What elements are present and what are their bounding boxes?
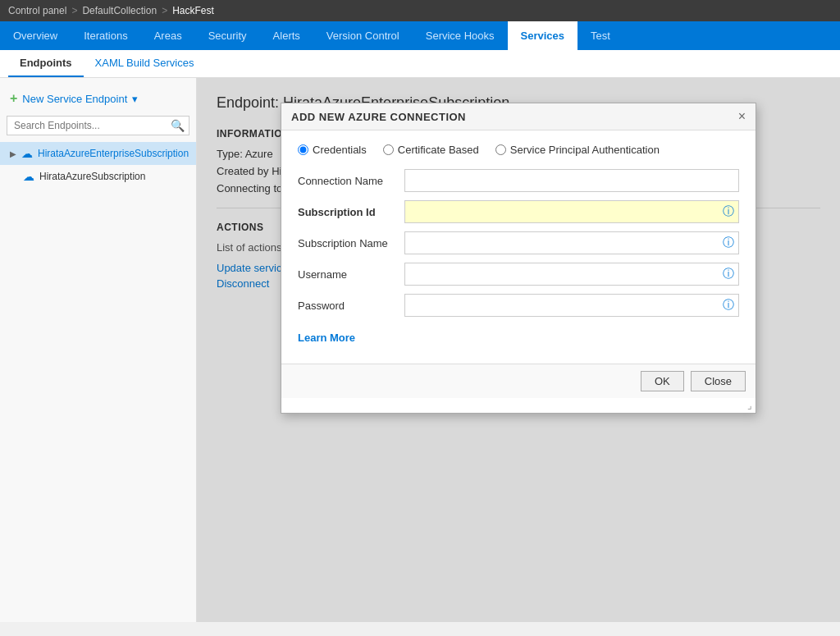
tab-services[interactable]: Services <box>508 21 578 50</box>
radio-service-principal-label: Service Principal Authentication <box>510 144 660 156</box>
tab-alerts[interactable]: Alerts <box>260 21 313 50</box>
subscription-name-label: Subscription Name <box>298 237 404 249</box>
dialog-title: ADD NEW AZURE CONNECTION <box>291 111 466 123</box>
cloud-icon-2: ☁ <box>23 170 34 183</box>
subscription-id-info-icon[interactable]: ⓘ <box>723 204 734 219</box>
breadcrumb-current: HackFest <box>172 5 214 16</box>
subscription-id-input-wrap: ⓘ <box>404 200 739 223</box>
password-info-icon[interactable]: ⓘ <box>723 298 734 313</box>
plus-icon: + <box>10 91 17 106</box>
ok-button[interactable]: OK <box>641 371 684 391</box>
nav-tabs: Overview Iterations Areas Security Alert… <box>0 21 840 50</box>
connection-name-field: Connection Name <box>298 169 739 192</box>
sub-tabs: Endpoints XAML Build Services <box>0 50 840 78</box>
main-layout: + New Service Endpoint ▾ 🔍 ▶ ☁ HirataAzu… <box>0 78 840 622</box>
close-dialog-button[interactable]: Close <box>691 371 746 391</box>
password-field: Password ⓘ <box>298 294 739 317</box>
dialog-footer: OK Close <box>281 364 756 398</box>
sidebar-item-subscription-label: HirataAzureSubscription <box>39 171 145 182</box>
tab-service-hooks[interactable]: Service Hooks <box>413 21 508 50</box>
radio-service-principal[interactable]: Service Principal Authentication <box>495 144 660 156</box>
sidebar-item-subscription[interactable]: ☁ HirataAzureSubscription <box>0 165 196 188</box>
subscription-name-info-icon[interactable]: ⓘ <box>723 236 734 250</box>
tab-iterations[interactable]: Iterations <box>71 21 140 50</box>
learn-more-link[interactable]: Learn More <box>298 332 355 344</box>
username-info-icon[interactable]: ⓘ <box>723 267 734 281</box>
subscription-id-input[interactable] <box>404 200 739 223</box>
sidebar-item-enterprise-label: HirataAzureEnterpriseSubscription <box>38 148 189 159</box>
subscription-name-input-wrap: ⓘ <box>404 231 739 254</box>
connection-name-input[interactable] <box>404 169 739 192</box>
content-area: Endpoint: HirataAzureEnterpriseSubscript… <box>197 78 840 622</box>
radio-credentials[interactable]: Credentials <box>298 144 367 156</box>
breadcrumb-control-panel[interactable]: Control panel <box>8 5 66 16</box>
sub-tab-endpoints[interactable]: Endpoints <box>8 50 84 77</box>
breadcrumb-sep2: > <box>162 5 167 16</box>
password-label: Password <box>298 300 404 312</box>
connection-name-input-wrap <box>404 169 739 192</box>
search-icon: 🔍 <box>171 119 185 132</box>
radio-certificate-label: Certificate Based <box>398 144 479 156</box>
sidebar: + New Service Endpoint ▾ 🔍 ▶ ☁ HirataAzu… <box>0 78 197 622</box>
breadcrumb-default-collection[interactable]: DefaultCollection <box>82 5 157 16</box>
username-field: Username ⓘ <box>298 263 739 286</box>
connection-name-label: Connection Name <box>298 175 404 187</box>
subscription-name-field: Subscription Name ⓘ <box>298 231 739 254</box>
dialog-header: ADD NEW AZURE CONNECTION × <box>281 103 756 130</box>
radio-service-principal-input[interactable] <box>495 144 506 155</box>
tab-version-control[interactable]: Version Control <box>313 21 413 50</box>
username-label: Username <box>298 268 404 281</box>
add-azure-connection-dialog: ADD NEW AZURE CONNECTION × Credentials C… <box>281 103 756 414</box>
tab-overview[interactable]: Overview <box>0 21 71 50</box>
dialog-close-button[interactable]: × <box>738 110 746 123</box>
password-input-wrap: ⓘ <box>404 294 739 317</box>
dropdown-arrow-icon: ▾ <box>132 93 138 105</box>
radio-certificate-based[interactable]: Certificate Based <box>383 144 479 156</box>
radio-credentials-label: Credentials <box>313 144 367 156</box>
sidebar-item-enterprise[interactable]: ▶ ☁ HirataAzureEnterpriseSubscription <box>0 142 196 165</box>
tab-areas[interactable]: Areas <box>141 21 195 50</box>
dialog-body: Credentials Certificate Based Service Pr… <box>281 130 756 364</box>
connection-type-radio-group: Credentials Certificate Based Service Pr… <box>298 144 739 156</box>
expand-arrow-icon: ▶ <box>10 149 16 158</box>
radio-certificate-input[interactable] <box>383 144 394 155</box>
sidebar-search-wrap: 🔍 <box>7 116 189 135</box>
radio-credentials-input[interactable] <box>298 144 308 155</box>
cloud-icon: ☁ <box>21 147 33 160</box>
new-service-endpoint-label: New Service Endpoint <box>22 93 127 105</box>
sub-tab-xaml-build-services[interactable]: XAML Build Services <box>84 50 206 77</box>
resize-handle[interactable]: ⌟ <box>281 398 756 413</box>
subscription-id-field: Subscription Id ⓘ <box>298 200 739 223</box>
dialog-overlay: ADD NEW AZURE CONNECTION × Credentials C… <box>197 78 840 622</box>
tab-test[interactable]: Test <box>578 21 623 50</box>
new-service-endpoint-button[interactable]: + New Service Endpoint ▾ <box>0 86 196 111</box>
search-input[interactable] <box>7 116 189 135</box>
password-input[interactable] <box>404 294 739 317</box>
username-input-wrap: ⓘ <box>404 263 739 286</box>
tab-security[interactable]: Security <box>195 21 260 50</box>
breadcrumb-sep1: > <box>71 5 77 16</box>
breadcrumb: Control panel > DefaultCollection > Hack… <box>0 0 840 21</box>
subscription-name-input[interactable] <box>404 231 739 254</box>
username-input[interactable] <box>404 263 739 286</box>
subscription-id-label: Subscription Id <box>298 206 404 218</box>
